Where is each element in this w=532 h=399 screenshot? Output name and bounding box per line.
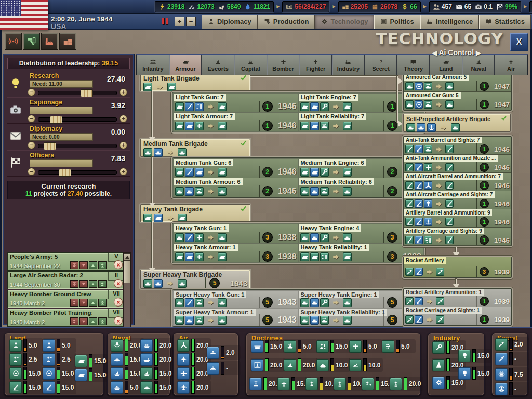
research-item[interactable]: Large Air Search Radar: 2II1944 Septembe… bbox=[7, 271, 125, 289]
move-top-icon[interactable] bbox=[98, 317, 107, 325]
tab-bomber[interactable]: Bomber bbox=[267, 55, 300, 75]
move-top-icon[interactable] bbox=[98, 261, 107, 269]
doctrine-item[interactable]: 20.0 bbox=[140, 352, 174, 366]
move-bottom-icon[interactable] bbox=[70, 280, 78, 288]
doctrine-item[interactable]: 2.0 bbox=[495, 337, 529, 351]
cancel-research-icon[interactable] bbox=[114, 316, 123, 325]
doctrine-item[interactable]: 15.0 bbox=[74, 368, 109, 382]
doctrine-item[interactable]: 5.0 bbox=[381, 339, 416, 353]
tech-item[interactable]: Heavy Tank Gun: 131938 bbox=[174, 224, 298, 243]
tech-item[interactable]: Anti-Tank Ammunition and Muzzle ...11946 bbox=[404, 155, 511, 173]
doctrine-item[interactable]: - bbox=[206, 361, 241, 375]
ai-next-icon[interactable]: ▶ bbox=[476, 49, 481, 57]
slider-handle[interactable] bbox=[81, 89, 93, 97]
move-up-icon[interactable] bbox=[89, 317, 97, 325]
doctrine-item[interactable]: 20.0 bbox=[140, 338, 174, 352]
research-item[interactable]: Heavy Bomber Pilot Training: 7VII1945 Ma… bbox=[7, 309, 125, 327]
doctrine-item[interactable]: 15.0 bbox=[458, 366, 492, 380]
brigade-box[interactable]: Medium Tank Brigade bbox=[140, 139, 250, 157]
doctrine-item[interactable]: 15.0 bbox=[9, 380, 43, 394]
tech-item[interactable]: Rocket Carriage and Sights: 111939 bbox=[404, 307, 511, 325]
doctrine-item[interactable]: 10.0 bbox=[316, 358, 350, 372]
doctrine-item[interactable]: 5.0 bbox=[42, 338, 76, 352]
doctrine-item[interactable]: 20.0 bbox=[283, 358, 317, 372]
menu-technology[interactable]: Technology bbox=[315, 15, 374, 29]
tab-naval[interactable]: Naval bbox=[462, 55, 495, 75]
move-down-icon[interactable] bbox=[79, 261, 88, 269]
slider-minus-button[interactable]: − bbox=[28, 88, 35, 96]
quick-goods-button[interactable] bbox=[60, 33, 76, 49]
tech-item[interactable]: Anti-Aircraft Carriage and Sights: 71194… bbox=[404, 191, 511, 209]
quick-radio-button[interactable] bbox=[5, 33, 21, 49]
quick-factory-button[interactable] bbox=[42, 33, 58, 49]
doctrine-item[interactable]: 15.0 bbox=[458, 349, 492, 363]
doctrine-item[interactable]: 20.0 bbox=[389, 377, 423, 391]
tech-item[interactable]: Heavy Tank Armour: 131938 bbox=[174, 244, 298, 262]
doctrine-item[interactable]: 5.0 bbox=[349, 339, 383, 353]
tech-item[interactable]: Rocket Artillery31939 bbox=[404, 257, 511, 277]
doctrine-item[interactable]: 15.0 bbox=[316, 339, 350, 353]
tab-armour[interactable]: Armour bbox=[169, 55, 202, 75]
doctrine-item[interactable]: 20.0 bbox=[250, 358, 285, 372]
move-down-icon[interactable] bbox=[79, 317, 88, 325]
slider-groove[interactable] bbox=[38, 91, 117, 95]
slider-handle[interactable] bbox=[44, 142, 56, 150]
move-bottom-icon[interactable] bbox=[70, 299, 78, 307]
slider-minus-button[interactable]: − bbox=[28, 115, 35, 123]
scroll-up-icon[interactable] bbox=[124, 253, 130, 261]
tech-item[interactable]: Artillery Barrel and Ammunition: 911946 bbox=[404, 209, 511, 228]
slider-groove[interactable] bbox=[38, 170, 117, 175]
allocation-slider[interactable]: −+ bbox=[28, 168, 127, 176]
tab-escorts[interactable]: Escorts bbox=[202, 55, 234, 75]
move-down-icon[interactable] bbox=[79, 299, 88, 307]
tech-item[interactable]: Light Tank Armour: 711946 bbox=[174, 113, 298, 131]
tab-secret[interactable]: ?Secret bbox=[365, 55, 397, 75]
move-top-icon[interactable] bbox=[98, 280, 107, 288]
tech-item[interactable]: Armoured Car Armour: 511947 bbox=[404, 74, 511, 92]
allocation-slider[interactable]: −+ bbox=[28, 88, 127, 96]
move-down-icon[interactable] bbox=[79, 280, 88, 288]
doctrine-item[interactable]: 15.0 bbox=[42, 380, 76, 394]
cancel-research-icon[interactable] bbox=[114, 279, 123, 288]
ai-prev-icon[interactable]: ◀ bbox=[432, 49, 437, 57]
doctrine-item[interactable]: 5.0 bbox=[283, 339, 317, 353]
tab-infantry[interactable]: Infantry bbox=[137, 55, 169, 75]
pause-icon[interactable] bbox=[162, 18, 168, 24]
slider-minus-button[interactable]: − bbox=[28, 141, 35, 149]
tech-item[interactable]: Light Tank Gun: 711946 bbox=[174, 94, 298, 112]
slider-plus-button[interactable]: + bbox=[119, 168, 127, 176]
move-bottom-icon[interactable] bbox=[70, 317, 78, 325]
menu-politics[interactable]: Politics bbox=[374, 15, 420, 29]
tech-item[interactable]: Anti-Aircraft Barrel and Ammunition: 711… bbox=[404, 173, 511, 191]
tech-item[interactable]: Rocket Artillery Ammunition: 111939 bbox=[404, 289, 511, 307]
doctrine-item[interactable]: 2.5 bbox=[9, 352, 43, 366]
slider-plus-button[interactable]: + bbox=[119, 141, 127, 149]
slider-plus-button[interactable]: + bbox=[119, 88, 127, 96]
doctrine-item[interactable]: 15.0 bbox=[74, 354, 109, 368]
tech-item[interactable]: Artillery Carriage and Sights: 911946 bbox=[404, 228, 511, 246]
tech-item[interactable]: Super Heavy Tank Armour: 151943 bbox=[174, 309, 298, 326]
tech-item[interactable]: Medium Tank Gun: 621946 bbox=[174, 159, 298, 178]
research-item[interactable]: Heavy Bomber Ground Crew T ...VII1945 Ma… bbox=[7, 290, 125, 308]
brigade-box[interactable]: Light Tank Brigade bbox=[140, 73, 250, 91]
brigade-box[interactable]: Self-Propelled Artillery Brigade bbox=[403, 114, 511, 132]
doctrine-item[interactable]: - bbox=[495, 352, 529, 366]
tech-item[interactable]: Anti-Tank Barrel and Sights: 711946 bbox=[404, 137, 511, 155]
move-top-icon[interactable] bbox=[98, 299, 107, 307]
doctrine-item[interactable]: - bbox=[495, 382, 529, 396]
slider-plus-button[interactable]: + bbox=[119, 115, 127, 123]
brigade-box[interactable]: Heavy Tank Brigade bbox=[140, 204, 250, 222]
research-item[interactable]: People's Army: 5V1944 September 22 bbox=[7, 252, 125, 271]
tech-item[interactable]: Medium Tank Armour: 621946 bbox=[174, 178, 298, 197]
slider-handle[interactable] bbox=[59, 169, 71, 177]
move-bottom-icon[interactable] bbox=[70, 261, 78, 269]
speed-up-button[interactable]: + bbox=[175, 17, 184, 26]
doctrine-item[interactable]: 15.0 bbox=[9, 366, 43, 380]
move-up-icon[interactable] bbox=[89, 261, 97, 269]
doctrine-item[interactable]: 2.0 bbox=[206, 345, 241, 360]
tab-air[interactable]: Air bbox=[495, 55, 527, 75]
ai-control-label[interactable]: Ai Control bbox=[438, 48, 474, 57]
menu-statistics[interactable]: Statistics bbox=[479, 15, 531, 29]
tab-land[interactable]: Land bbox=[430, 55, 462, 75]
doctrine-item[interactable]: 7.5 bbox=[495, 367, 529, 381]
